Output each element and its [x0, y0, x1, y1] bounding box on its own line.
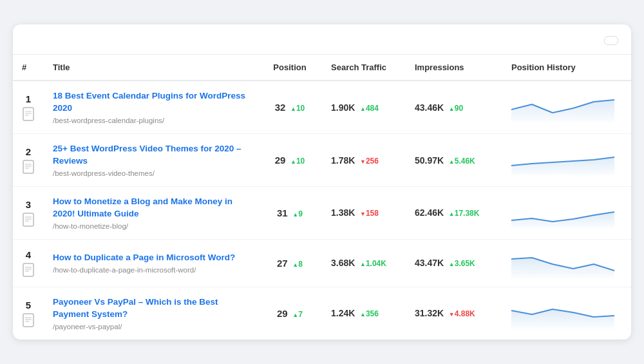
col-search-traffic: Search Traffic: [322, 55, 406, 81]
position-value: 27: [277, 258, 288, 269]
impressions-delta: ▲90: [449, 104, 463, 113]
table-row: 4 How to Duplicate a Page in Microsoft W…: [13, 239, 631, 287]
traffic-value: 3.68K: [331, 258, 355, 268]
svg-rect-8: [23, 213, 33, 226]
traffic-value: 1.90K: [331, 102, 355, 113]
impressions-cell: 50.97K ▲5.46K: [406, 134, 502, 187]
table-row: 2 25+ Best WordPress Video Themes for 20…: [13, 134, 631, 187]
impressions-arrow: ▲: [449, 261, 455, 267]
position-delta: ▲10: [290, 104, 305, 113]
doc-icon: [23, 213, 34, 227]
traffic-arrow: ▲: [360, 311, 366, 318]
position-arrow: ▲: [290, 106, 296, 112]
rank-cell: 1: [13, 81, 44, 133]
traffic-cell: 1.78K ▼256: [322, 134, 406, 187]
post-title[interactable]: Payoneer Vs PayPal – Which is the Best P…: [53, 296, 249, 321]
impressions-delta: ▲5.46K: [449, 157, 475, 166]
table-row: 1 18 Best Event Calendar Plugins for Wor…: [13, 81, 631, 133]
rank-cell: 3: [13, 187, 44, 240]
impressions-cell: 31.32K ▼4.88K: [406, 287, 502, 339]
traffic-arrow: ▼: [360, 158, 366, 165]
svg-rect-0: [23, 108, 33, 120]
title-cell: How to Duplicate a Page in Microsoft Wor…: [44, 239, 258, 287]
traffic-delta: ▲356: [360, 309, 379, 318]
traffic-cell: 1.38K ▼158: [322, 187, 406, 240]
more-options-button[interactable]: [604, 36, 618, 45]
position-delta: ▲8: [292, 260, 303, 269]
rank-cell: 4: [13, 239, 44, 287]
position-value: 29: [277, 308, 288, 319]
doc-icon: [23, 160, 34, 174]
position-delta: ▲10: [290, 157, 305, 166]
position-cell: 29 ▲7: [258, 287, 322, 339]
impressions-value: 50.97K: [415, 155, 444, 166]
impressions-arrow: ▼: [449, 311, 455, 318]
sparkline-chart: [511, 196, 614, 228]
traffic-value: 1.24K: [331, 308, 355, 318]
rank-number: 3: [26, 199, 31, 210]
svg-rect-4: [23, 160, 33, 173]
post-title[interactable]: How to Duplicate a Page in Microsoft Wor…: [53, 252, 249, 264]
history-cell: [502, 187, 631, 240]
traffic-arrow: ▲: [360, 106, 366, 112]
traffic-delta: ▲484: [360, 104, 379, 113]
title-cell: 18 Best Event Calendar Plugins for WordP…: [44, 81, 258, 133]
col-position: Position: [258, 55, 322, 81]
table-row: 3 How to Monetize a Blog and Make Money …: [13, 187, 631, 240]
position-cell: 27 ▲8: [258, 239, 322, 287]
card-header: [13, 24, 631, 55]
post-url: /best-wordpress-video-themes/: [53, 169, 249, 177]
history-cell: [502, 134, 631, 187]
impressions-value: 43.46K: [415, 102, 444, 113]
post-title[interactable]: 18 Best Event Calendar Plugins for WordP…: [53, 90, 249, 115]
impressions-cell: 62.46K ▲17.38K: [406, 187, 502, 240]
impressions-value: 62.46K: [415, 207, 444, 218]
position-arrow: ▲: [292, 312, 298, 318]
rank-cell: 5: [13, 287, 44, 339]
traffic-arrow: ▼: [360, 211, 366, 217]
post-url: /best-wordpress-calendar-plugins/: [53, 117, 249, 124]
sparkline-chart: [511, 143, 614, 175]
traffic-value: 1.78K: [331, 155, 355, 166]
position-delta: ▲7: [292, 310, 303, 319]
impressions-delta: ▲3.65K: [449, 259, 475, 268]
svg-rect-16: [23, 314, 33, 327]
col-position-history: Position History: [502, 55, 631, 81]
sparkline-chart: [511, 296, 614, 329]
top-winning-posts-card: # Title Position Search Traffic Impressi…: [13, 24, 631, 339]
doc-icon: [23, 263, 34, 277]
impressions-cell: 43.46K ▲90: [406, 81, 502, 133]
impressions-cell: 43.47K ▲3.65K: [406, 239, 502, 287]
post-title[interactable]: 25+ Best WordPress Video Themes for 2020…: [53, 143, 249, 168]
post-url: /payoneer-vs-paypal/: [53, 323, 249, 330]
traffic-cell: 1.24K ▲356: [322, 287, 406, 339]
rank-cell: 2: [13, 134, 44, 187]
impressions-arrow: ▲: [449, 106, 455, 112]
position-arrow: ▲: [292, 211, 298, 218]
traffic-value: 1.38K: [331, 207, 355, 218]
traffic-arrow: ▲: [360, 261, 366, 267]
sparkline-chart: [511, 90, 614, 122]
title-cell: How to Monetize a Blog and Make Money in…: [44, 187, 258, 240]
col-rank: #: [13, 55, 44, 81]
position-value: 29: [275, 155, 286, 166]
traffic-delta: ▼256: [360, 157, 379, 166]
post-title[interactable]: How to Monetize a Blog and Make Money in…: [53, 196, 249, 220]
rank-number: 1: [26, 93, 31, 104]
col-impressions: Impressions: [406, 55, 502, 81]
rank-number: 4: [26, 249, 31, 260]
post-url: /how-to-monetize-blog/: [53, 222, 249, 230]
position-value: 32: [275, 102, 286, 113]
rank-number: 5: [26, 300, 31, 311]
history-cell: [502, 287, 631, 339]
table-row: 5 Payoneer Vs PayPal – Which is the Best…: [13, 287, 631, 339]
rank-number: 2: [26, 146, 31, 157]
title-cell: Payoneer Vs PayPal – Which is the Best P…: [44, 287, 258, 339]
position-delta: ▲9: [292, 209, 303, 218]
position-value: 31: [277, 207, 288, 218]
impressions-value: 31.32K: [415, 308, 444, 318]
posts-table: # Title Position Search Traffic Impressi…: [13, 55, 631, 339]
traffic-delta: ▲1.04K: [360, 259, 386, 268]
impressions-delta: ▼4.88K: [449, 309, 475, 318]
impressions-delta: ▲17.38K: [449, 209, 480, 218]
